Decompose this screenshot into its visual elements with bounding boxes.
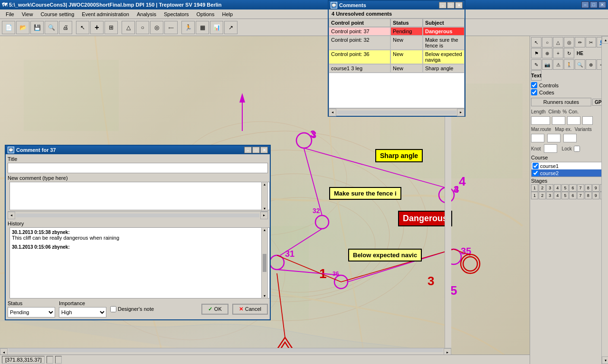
runner-button[interactable]: 🏃: [181, 21, 195, 34]
stage2-4[interactable]: 4: [554, 192, 561, 199]
history-scroll-down[interactable]: ▾: [262, 294, 267, 298]
history-scrollbar[interactable]: ▴ ▾: [261, 227, 268, 299]
comment-row-32[interactable]: Control point: 32 New Make sure the fenc…: [329, 36, 465, 50]
mar-route-input[interactable]: 0: [531, 134, 544, 142]
circle2-tool[interactable]: ⊕: [542, 48, 552, 58]
edit-tool[interactable]: ✎: [531, 59, 542, 70]
comments-scroll-right[interactable]: ▸: [457, 109, 465, 116]
zoom-rect-button[interactable]: ⊞: [104, 21, 118, 34]
ok-button[interactable]: ✓ OK: [201, 304, 228, 315]
comments-close[interactable]: ✕: [455, 2, 463, 9]
triangle-tool[interactable]: △: [553, 37, 563, 47]
zoom-in-button[interactable]: +: [90, 21, 104, 34]
person2-tool[interactable]: 🚶: [564, 59, 574, 70]
stage-3[interactable]: 3: [546, 184, 553, 192]
history-scroll-up[interactable]: ▴: [262, 228, 267, 232]
textarea-scrollbar[interactable]: ▴ ▾: [261, 182, 268, 211]
stage2-6[interactable]: 6: [569, 192, 576, 199]
cancel-button[interactable]: ✕ Cancel: [232, 304, 268, 315]
finish-tool[interactable]: ◎: [564, 37, 574, 47]
save-button[interactable]: 💾: [30, 21, 44, 34]
select-button[interactable]: ↖: [76, 21, 89, 34]
stage2-9[interactable]: 9: [592, 192, 599, 199]
stage2-8[interactable]: 8: [585, 192, 592, 199]
maximize-button[interactable]: □: [590, 1, 598, 8]
stage2-2[interactable]: 2: [539, 192, 546, 199]
controls-checkbox[interactable]: [531, 82, 537, 88]
route-button[interactable]: ↗: [224, 21, 238, 34]
course-item-course1[interactable]: course1: [532, 162, 607, 169]
textarea-scroll-up[interactable]: ▴: [262, 182, 267, 187]
comments-scroll-left[interactable]: ◂: [329, 109, 336, 116]
stage-5[interactable]: 5: [561, 184, 569, 192]
table-button[interactable]: ▦: [196, 21, 209, 34]
textarea-hscroll[interactable]: ◂ ▸: [8, 211, 268, 219]
new-button[interactable]: 📄: [2, 21, 15, 34]
plus-tool[interactable]: +: [553, 48, 563, 58]
runners-routes-button[interactable]: Runners routes: [531, 98, 591, 106]
warning-tool[interactable]: ⚠: [553, 59, 563, 70]
course1-checkbox[interactable]: [532, 163, 539, 169]
stage-4[interactable]: 4: [554, 184, 561, 192]
codes-checkbox[interactable]: [531, 89, 537, 95]
stage2-5[interactable]: 5: [561, 192, 569, 199]
lock-checkbox[interactable]: [574, 146, 580, 152]
map-hscrollbar[interactable]: ◂ ▸: [0, 348, 451, 355]
stage2-3[interactable]: 3: [546, 192, 553, 199]
length-input[interactable]: 1.210: [531, 116, 550, 125]
comment-row-36[interactable]: Control point: 36 New Below expected nav…: [329, 50, 465, 64]
menu-course-setting[interactable]: Course setting: [37, 10, 78, 18]
finish-button[interactable]: ◎: [150, 21, 163, 34]
climb-input[interactable]: 0: [552, 116, 565, 125]
right-scroll-down[interactable]: ▾: [602, 356, 608, 364]
comment37-close[interactable]: ✕: [260, 147, 268, 153]
comments-maximize[interactable]: □: [447, 2, 455, 9]
status-select[interactable]: Pending New Resolved: [8, 307, 55, 317]
start-button[interactable]: △: [122, 21, 135, 34]
connection-button[interactable]: ⟝: [164, 21, 178, 34]
print-preview-button[interactable]: 🔍: [45, 21, 58, 34]
course2-checkbox[interactable]: [532, 170, 539, 176]
new-comment-textarea[interactable]: [10, 182, 270, 210]
right-panel-scrollbar[interactable]: ▴ ▾: [601, 36, 608, 364]
designer-note-checkbox[interactable]: [110, 306, 116, 312]
open-button[interactable]: 📂: [16, 21, 29, 34]
stage-7[interactable]: 7: [577, 184, 584, 192]
title-input[interactable]: Dangerous: [8, 163, 268, 173]
control-button[interactable]: ○: [136, 21, 149, 34]
minimize-button[interactable]: –: [581, 1, 589, 8]
stage-2[interactable]: 2: [539, 184, 546, 192]
knot-input[interactable]: 0: [544, 144, 557, 153]
comment-row-37[interactable]: Control point: 37 Pending Dangerous: [329, 27, 465, 36]
textarea-scroll-down[interactable]: ▾: [262, 206, 267, 211]
circle-tool[interactable]: ○: [542, 37, 552, 47]
stage2-1[interactable]: 1: [531, 192, 538, 199]
stage2-7[interactable]: 7: [577, 192, 584, 199]
map-ex-input[interactable]: 0: [547, 134, 560, 142]
menu-options[interactable]: Options: [193, 10, 218, 18]
menu-spectators[interactable]: Spectators: [160, 10, 193, 18]
menu-analysis[interactable]: Analysis: [133, 10, 160, 18]
stage-1[interactable]: 1: [531, 184, 538, 192]
camera-tool[interactable]: 📷: [542, 59, 552, 70]
menu-view[interactable]: View: [18, 10, 37, 18]
comment37-minimize[interactable]: –: [244, 147, 252, 153]
con-input[interactable]: 3: [582, 116, 593, 125]
refresh-tool[interactable]: ↻: [564, 48, 574, 58]
menu-event-admin[interactable]: Event administration: [78, 10, 133, 18]
variants-input[interactable]: 0: [563, 134, 577, 142]
importance-select[interactable]: High Medium Low: [59, 307, 106, 317]
textarea-scroll-right[interactable]: ▸: [260, 212, 268, 219]
textarea-scroll-left[interactable]: ◂: [8, 212, 15, 219]
flag-tool[interactable]: ⚑: [531, 48, 542, 58]
chart-button[interactable]: 📊: [210, 21, 223, 34]
course-item-course2[interactable]: course2: [532, 169, 607, 177]
plus2-tool[interactable]: ⊕: [586, 59, 596, 70]
zoom-tool[interactable]: 🔍: [575, 59, 585, 70]
stage-9[interactable]: 9: [592, 184, 599, 192]
stage-8[interactable]: 8: [585, 184, 592, 192]
comments-minimize[interactable]: –: [439, 2, 446, 9]
comment-row-course1[interactable]: course1 3 leg New Sharp angle: [329, 64, 465, 73]
menu-file[interactable]: File: [2, 10, 18, 18]
pen-tool[interactable]: ✏: [575, 37, 585, 47]
